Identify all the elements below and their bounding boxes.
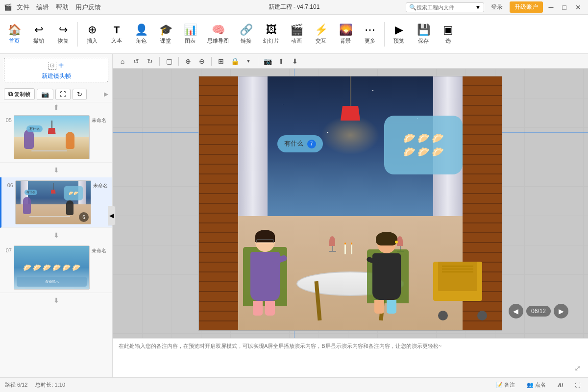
redo-label: 恢复 — [58, 37, 69, 45]
tool-character[interactable]: 👤 角色 — [129, 22, 153, 47]
canvas-redo-btn[interactable]: ↻ — [144, 55, 156, 67]
slides-label: 幻灯片 — [263, 37, 279, 45]
canvas-export-btn[interactable]: ⬆ — [275, 55, 287, 67]
page-counter-display: 06/12 — [526, 306, 551, 317]
cart-wheel-left — [438, 311, 448, 320]
slide-canvas[interactable]: 有什么 7 🥟 🥟 🥟 🥟 🥟 🥟 — [198, 76, 502, 331]
annotation-button[interactable]: 📝 备注 — [493, 380, 518, 390]
canvas-rect-btn[interactable]: ▢ — [163, 55, 175, 67]
tool-slides[interactable]: 🖼 幻灯片 — [258, 22, 284, 47]
chart-icon: 📊 — [184, 24, 197, 36]
character-label: 角色 — [136, 37, 147, 45]
slide-connector-3: ⬇ — [0, 293, 112, 308]
tool-redo[interactable]: ↪ 恢复 — [51, 22, 75, 47]
speech-bubble-right: 🥟 🥟 🥟 🥟 🥟 🥟 — [384, 116, 463, 174]
tool-animation[interactable]: 🎬 动画 — [284, 22, 309, 47]
tool-link[interactable]: 🔗 链接 — [234, 22, 258, 47]
canvas-div-2 — [178, 57, 179, 66]
menu-bar: 🎬 文件 编辑 帮助 用户反馈 — [4, 3, 103, 12]
link-icon: 🔗 — [240, 24, 253, 36]
class-icon: 🎓 — [159, 24, 172, 36]
service-cart — [433, 257, 492, 316]
canvas-lock-btn[interactable]: 🔒 — [229, 55, 241, 67]
connector-icon-2: ⬇ — [53, 231, 59, 239]
save-label: 保存 — [418, 37, 429, 45]
maximize-button[interactable]: □ — [560, 2, 569, 12]
camera-button[interactable]: 📷 — [37, 89, 53, 100]
tool-insert[interactable]: ⊕ 插入 — [80, 22, 104, 47]
tool-interact[interactable]: ⚡ 交互 — [309, 22, 333, 47]
toolbar-divider-2 — [384, 22, 385, 47]
tool-mindmap[interactable]: 🧠 思维导图 — [202, 22, 234, 47]
annotation-icon: 📝 — [496, 382, 503, 388]
notes-expand-button[interactable]: ⤢ — [574, 364, 584, 373]
background-icon: 🌄 — [339, 24, 352, 36]
fullscreen-button[interactable]: ⛶ — [55, 89, 71, 100]
candles — [344, 245, 352, 254]
tool-undo[interactable]: ↩ 撤销 — [26, 22, 51, 47]
slide-name-06: 未命名 — [93, 182, 110, 189]
canvas-more2-btn[interactable]: ⬇ — [289, 55, 301, 67]
canvas-grid-btn[interactable]: ⊞ — [215, 55, 227, 67]
login-button[interactable]: 登录 — [487, 2, 507, 12]
lamp-shade — [341, 106, 360, 121]
loop-icon: ↻ — [77, 91, 82, 98]
app-icon: 🎬 — [4, 3, 12, 11]
canvas-wrapper[interactable]: 有什么 7 🥟 🥟 🥟 🥟 🥟 🥟 — [113, 69, 588, 338]
tool-background[interactable]: 🌄 背景 — [333, 22, 358, 47]
slide-item-05[interactable]: 05 有什么 未命名 — [0, 112, 112, 163]
tool-home[interactable]: 🏠 首页 — [2, 22, 26, 47]
status-left: 路径 6/12 总时长: 1:10 — [5, 381, 65, 389]
slide-connector-2: ⬇ — [0, 228, 112, 243]
canvas-home-btn[interactable]: ⌂ — [117, 55, 128, 67]
text-icon: T — [114, 24, 120, 36]
slide-num-05: 05 — [2, 117, 12, 123]
notes-input[interactable] — [113, 339, 588, 377]
sidebar-collapse-button[interactable]: ◀ — [108, 206, 116, 225]
menu-edit[interactable]: 编辑 — [34, 3, 51, 12]
tool-select[interactable]: ▣ 选 — [436, 22, 460, 47]
fullscreen-status-button[interactable]: ⛶ — [572, 381, 583, 389]
upgrade-button[interactable]: 升级账户 — [510, 1, 543, 13]
character-left — [248, 232, 282, 311]
copy-frame-button[interactable]: ⧉ 复制帧 — [4, 88, 35, 100]
search-dropdown-icon[interactable]: ▼ — [475, 4, 481, 11]
search-box[interactable]: 🔍 ▼ — [406, 2, 484, 12]
minimize-button[interactable]: ─ — [546, 2, 557, 12]
toolbar-divider-1 — [77, 22, 78, 47]
next-page-button[interactable]: ▶ — [554, 304, 568, 318]
prev-page-button[interactable]: ◀ — [509, 304, 523, 318]
fullscreen-icon: ⛶ — [60, 91, 66, 98]
roll-call-button[interactable]: 👥 点名 — [524, 380, 549, 390]
slide-list: 05 有什么 未命名 — [0, 112, 112, 377]
menu-file[interactable]: 文件 — [15, 3, 31, 12]
titlebar: 🎬 文件 编辑 帮助 用户反馈 新建工程 - v4.7.101 🔍 ▼ 登录 升… — [0, 0, 588, 15]
search-input[interactable] — [416, 4, 475, 10]
tool-text[interactable]: T 文本 — [104, 23, 129, 46]
tool-class[interactable]: 🎓 课堂 — [153, 22, 178, 47]
select-icon: ▣ — [443, 24, 453, 36]
tool-chart[interactable]: 📊 图表 — [178, 22, 202, 47]
loop-button[interactable]: ↻ — [73, 89, 87, 100]
tool-more[interactable]: ⋯ 更多 — [358, 22, 382, 47]
tool-save[interactable]: 💾 保存 — [411, 22, 436, 47]
menu-help[interactable]: 帮助 — [54, 3, 71, 12]
more-label: 更多 — [365, 37, 375, 45]
ai-button[interactable]: Ai — [555, 381, 566, 389]
new-frame-button[interactable]: ⊡ + 新建镜头帧 — [4, 58, 108, 82]
canvas-zoom-out-btn[interactable]: ⊖ — [196, 55, 208, 67]
canvas-photo-btn[interactable]: 📷 — [262, 55, 273, 67]
menu-feedback[interactable]: 用户反馈 — [74, 3, 103, 12]
canvas-zoom-in-btn[interactable]: ⊕ — [182, 55, 194, 67]
collapse-arrow[interactable]: ▶ — [104, 91, 108, 98]
tool-preview[interactable]: ▶ 预览 — [387, 22, 411, 47]
scene-illustration: 有什么 7 🥟 🥟 🥟 🥟 🥟 🥟 — [199, 76, 502, 330]
canvas-undo-btn[interactable]: ↺ — [130, 55, 142, 67]
ceiling-lamp — [321, 76, 380, 155]
close-button[interactable]: ✕ — [572, 2, 584, 12]
upload-icon[interactable]: ⬆ — [53, 103, 59, 112]
canvas-lock-dropdown-btn[interactable]: ▼ — [243, 55, 254, 67]
home-icon: 🏠 — [8, 24, 21, 36]
slide-item-07[interactable]: 07 🥟 🥟 🥟 🥟 🥟 🥟 食物展示 — [0, 243, 112, 293]
slide-item-06[interactable]: 06 有什么 🥟🥟 — [0, 177, 112, 228]
